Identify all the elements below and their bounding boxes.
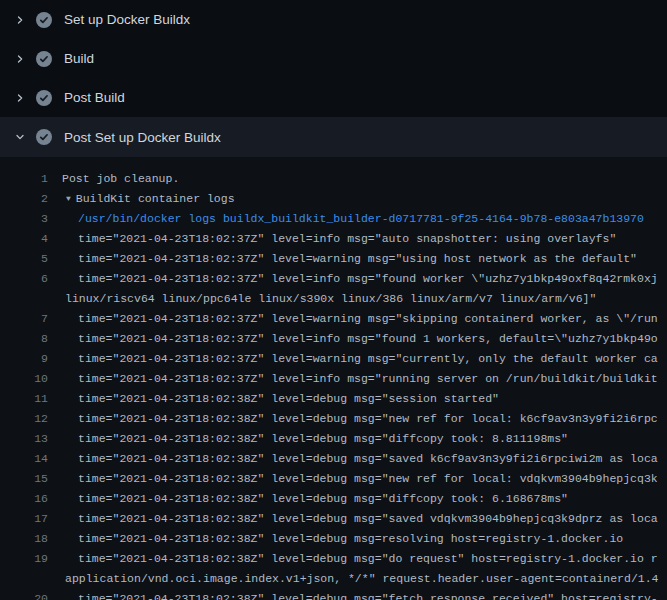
step-row[interactable]: Build: [0, 39, 667, 78]
log-line: 6 time="2021-04-23T18:02:37Z" level=info…: [0, 269, 667, 289]
step-row[interactable]: Set up Docker Buildx: [0, 0, 667, 39]
log-line: 7 time="2021-04-23T18:02:37Z" level=warn…: [0, 309, 667, 329]
log-line: 4 time="2021-04-23T18:02:37Z" level=info…: [0, 229, 667, 249]
chevron-right-icon: [12, 12, 28, 28]
check-circle-icon: [36, 51, 52, 67]
log-line-text: time="2021-04-23T18:02:38Z" level=debug …: [78, 489, 568, 509]
log-line-text: application/vnd.oci.image.index.v1+json,…: [65, 569, 659, 589]
log-line-number: [0, 289, 48, 309]
log-line-number[interactable]: 5: [0, 249, 48, 269]
log-viewer: 1 Post job cleanup. 2 ▼BuildKit containe…: [0, 157, 667, 600]
log-line-number[interactable]: 7: [0, 309, 48, 329]
log-line-number[interactable]: 3: [0, 209, 48, 229]
log-line: 20 time="2021-04-23T18:02:38Z" level=deb…: [0, 589, 667, 600]
step-label: Post Set up Docker Buildx: [64, 130, 221, 145]
log-line-number[interactable]: 14: [0, 449, 48, 469]
log-line-number[interactable]: 6: [0, 269, 48, 289]
actions-log-panel: Set up Docker Buildx Build Post Build: [0, 0, 667, 600]
step-row[interactable]: Post Set up Docker Buildx: [0, 117, 667, 157]
log-line: 9 time="2021-04-23T18:02:37Z" level=warn…: [0, 349, 667, 369]
log-line-text: time="2021-04-23T18:02:38Z" level=debug …: [78, 469, 658, 489]
log-line-text: linux/riscv64 linux/ppc64le linux/s390x …: [65, 289, 596, 309]
log-line: 14 time="2021-04-23T18:02:38Z" level=deb…: [0, 449, 667, 469]
log-line-text: time="2021-04-23T18:02:37Z" level=warnin…: [78, 349, 658, 369]
log-line: 3 /usr/bin/docker logs buildx_buildkit_b…: [0, 209, 667, 229]
log-line-number[interactable]: 12: [0, 409, 48, 429]
log-line-text: time="2021-04-23T18:02:38Z" level=debug …: [78, 389, 499, 409]
log-line-text: time="2021-04-23T18:02:37Z" level=warnin…: [78, 249, 637, 269]
log-line-text: time="2021-04-23T18:02:38Z" level=debug …: [78, 509, 658, 529]
log-line-number[interactable]: 19: [0, 549, 48, 569]
log-line-number[interactable]: 13: [0, 429, 48, 449]
log-line: linux/riscv64 linux/ppc64le linux/s390x …: [0, 289, 667, 309]
step-row[interactable]: Post Build: [0, 78, 667, 117]
log-line: 8 time="2021-04-23T18:02:37Z" level=info…: [0, 329, 667, 349]
log-line-number[interactable]: 9: [0, 349, 48, 369]
log-line-text: Post job cleanup.: [62, 169, 179, 189]
log-line: 19 time="2021-04-23T18:02:38Z" level=deb…: [0, 549, 667, 569]
group-toggle-icon[interactable]: ▼: [66, 189, 71, 209]
chevron-down-icon: [12, 129, 28, 145]
log-line-number[interactable]: 1: [0, 169, 48, 189]
log-line: 15 time="2021-04-23T18:02:38Z" level=deb…: [0, 469, 667, 489]
log-line-number[interactable]: 15: [0, 469, 48, 489]
log-line: 13 time="2021-04-23T18:02:38Z" level=deb…: [0, 429, 667, 449]
log-line: 11 time="2021-04-23T18:02:38Z" level=deb…: [0, 389, 667, 409]
log-line-text: /usr/bin/docker logs buildx_buildkit_bui…: [78, 209, 644, 229]
log-line-number[interactable]: 18: [0, 529, 48, 549]
log-line-number[interactable]: 2: [0, 189, 48, 209]
log-line: 5 time="2021-04-23T18:02:37Z" level=warn…: [0, 249, 667, 269]
log-line-text: time="2021-04-23T18:02:38Z" level=debug …: [78, 549, 658, 569]
log-line: 16 time="2021-04-23T18:02:38Z" level=deb…: [0, 489, 667, 509]
log-line: 17 time="2021-04-23T18:02:38Z" level=deb…: [0, 509, 667, 529]
log-line-text: time="2021-04-23T18:02:38Z" level=debug …: [78, 429, 568, 449]
log-line-text: time="2021-04-23T18:02:37Z" level=info m…: [78, 269, 658, 289]
check-circle-icon: [36, 12, 52, 28]
log-line-text: time="2021-04-23T18:02:37Z" level=info m…: [78, 329, 658, 349]
log-line-number[interactable]: 20: [0, 589, 48, 600]
log-line-number[interactable]: 16: [0, 489, 48, 509]
chevron-right-icon: [12, 90, 28, 106]
log-line-text: time="2021-04-23T18:02:38Z" level=debug …: [78, 589, 658, 600]
check-circle-icon: [36, 90, 52, 106]
log-line-text: time="2021-04-23T18:02:37Z" level=info m…: [78, 229, 616, 249]
log-line-number[interactable]: 4: [0, 229, 48, 249]
log-line-text: time="2021-04-23T18:02:38Z" level=debug …: [78, 449, 658, 469]
log-line-text: time="2021-04-23T18:02:38Z" level=debug …: [78, 529, 623, 549]
step-label: Set up Docker Buildx: [64, 12, 190, 27]
log-line-text: time="2021-04-23T18:02:37Z" level=warnin…: [78, 309, 658, 329]
log-line-number: [0, 569, 48, 589]
log-line: 18 time="2021-04-23T18:02:38Z" level=deb…: [0, 529, 667, 549]
check-circle-icon: [36, 129, 52, 145]
log-line: application/vnd.oci.image.index.v1+json,…: [0, 569, 667, 589]
log-line: 10 time="2021-04-23T18:02:37Z" level=inf…: [0, 369, 667, 389]
step-label: Build: [64, 51, 94, 66]
group-title[interactable]: BuildKit container logs: [76, 192, 235, 205]
chevron-right-icon: [12, 51, 28, 67]
steps-list: Set up Docker Buildx Build Post Build: [0, 0, 667, 157]
log-line-text: time="2021-04-23T18:02:37Z" level=info m…: [78, 369, 658, 389]
log-line-number[interactable]: 10: [0, 369, 48, 389]
log-line-text: time="2021-04-23T18:02:38Z" level=debug …: [78, 409, 658, 429]
log-line: 12 time="2021-04-23T18:02:38Z" level=deb…: [0, 409, 667, 429]
log-line-number[interactable]: 17: [0, 509, 48, 529]
log-line-number[interactable]: 8: [0, 329, 48, 349]
step-label: Post Build: [64, 90, 125, 105]
log-line: 1 Post job cleanup.: [0, 169, 667, 189]
log-line-text: ▼BuildKit container logs: [66, 189, 235, 209]
log-line-number[interactable]: 11: [0, 389, 48, 409]
log-line: 2 ▼BuildKit container logs: [0, 189, 667, 209]
